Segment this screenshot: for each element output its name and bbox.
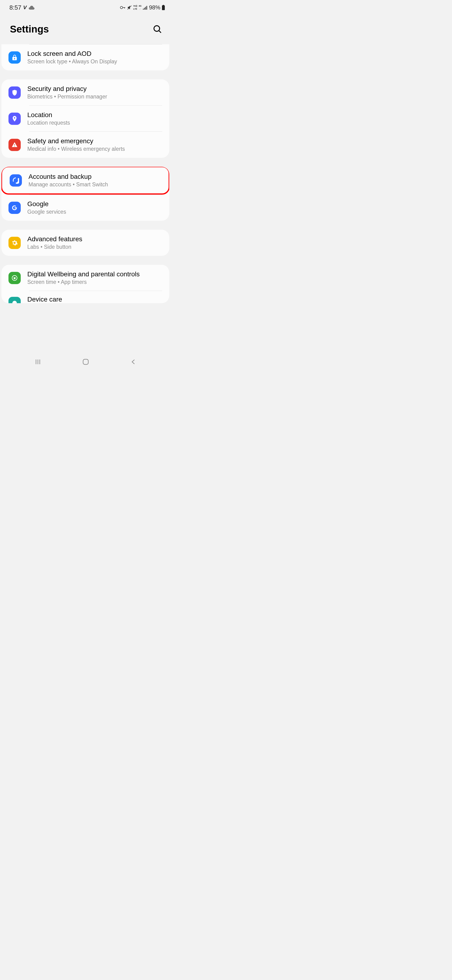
cloud-icon	[29, 5, 35, 10]
svg-rect-5	[144, 8, 145, 10]
svg-rect-6	[145, 7, 146, 10]
settings-item-device-care[interactable]: Device care	[2, 291, 169, 303]
alert-icon	[8, 139, 21, 151]
item-content: Advanced features Labs • Side button	[27, 235, 162, 250]
google-icon	[8, 202, 21, 214]
settings-item-lock-screen[interactable]: Lock screen and AOD Screen lock type • A…	[2, 44, 169, 70]
item-subtitle: Screen time • App timers	[27, 279, 162, 285]
item-content: Digital Wellbeing and parental controls …	[27, 270, 162, 285]
item-title: Safety and emergency	[27, 137, 162, 145]
heart-circle-icon	[8, 272, 21, 284]
status-right: Vo))LTE 4G↓↑ 98%	[120, 4, 165, 11]
signal-icon	[143, 5, 147, 10]
item-subtitle: Biometrics • Permission manager	[27, 94, 162, 100]
svg-line-11	[159, 30, 161, 33]
item-content: Lock screen and AOD Screen lock type • A…	[27, 50, 162, 65]
shield-icon	[8, 86, 21, 99]
status-bar: 8:57 V Vo))LTE 4G↓↑ 98%	[0, 0, 171, 14]
item-title: Security and privacy	[27, 85, 162, 92]
gear-icon	[8, 237, 21, 249]
item-content: Google Google services	[27, 200, 162, 215]
mute-icon	[127, 5, 132, 10]
page-title: Settings	[10, 24, 49, 35]
item-title: Location	[27, 111, 162, 119]
back-button[interactable]	[130, 359, 136, 365]
lock-icon	[8, 51, 21, 64]
item-subtitle: Labs • Side button	[27, 244, 162, 250]
item-content: Device care	[27, 296, 162, 303]
svg-rect-2	[124, 7, 125, 8]
settings-item-advanced[interactable]: Advanced features Labs • Side button	[2, 230, 169, 256]
item-subtitle: Google services	[27, 209, 162, 215]
settings-group: Security and privacy Biometrics • Permis…	[2, 80, 169, 158]
search-icon[interactable]	[153, 25, 162, 33]
svg-rect-9	[162, 5, 165, 10]
item-content: Safety and emergency Medical info • Wire…	[27, 137, 162, 152]
status-time: 8:57	[10, 4, 21, 11]
settings-item-location[interactable]: Location Location requests	[2, 105, 169, 132]
settings-group: Lock screen and AOD Screen lock type • A…	[2, 44, 169, 70]
item-subtitle: Screen lock type • Always On Display	[27, 59, 162, 65]
svg-point-12	[14, 242, 16, 243]
svg-rect-4	[143, 9, 144, 10]
recents-button[interactable]	[35, 359, 41, 365]
item-title: Google	[27, 200, 162, 208]
settings-group: Digital Wellbeing and parental controls …	[2, 265, 169, 303]
settings-item-wellbeing[interactable]: Digital Wellbeing and parental controls …	[2, 265, 169, 291]
item-title: Advanced features	[27, 235, 162, 243]
item-content: Accounts and backup Manage accounts • Sm…	[29, 173, 161, 188]
settings-group: Advanced features Labs • Side button	[2, 230, 169, 256]
device-icon	[8, 297, 21, 303]
svg-rect-18	[83, 359, 88, 364]
volte-icon: Vo))LTE	[133, 5, 137, 10]
svg-point-0	[120, 6, 123, 9]
item-title: Lock screen and AOD	[27, 50, 162, 57]
item-subtitle: Manage accounts • Smart Switch	[29, 181, 161, 188]
4g-icon: 4G↓↑	[139, 5, 141, 10]
settings-item-google[interactable]: Google Google services	[2, 194, 169, 221]
svg-point-14	[13, 301, 17, 303]
key-icon	[120, 6, 126, 10]
item-title: Accounts and backup	[29, 173, 161, 180]
sync-icon	[10, 174, 22, 186]
settings-group: Accounts and backup Manage accounts • Sm…	[2, 167, 169, 221]
settings-item-accounts[interactable]: Accounts and backup Manage accounts • Sm…	[2, 167, 168, 193]
battery-icon	[162, 5, 165, 10]
highlight-annotation: Accounts and backup Manage accounts • Sm…	[2, 167, 169, 194]
pin-icon	[8, 113, 21, 125]
v-icon: V	[23, 5, 27, 11]
item-content: Location Location requests	[27, 111, 162, 126]
home-button[interactable]	[82, 358, 89, 365]
nav-bar	[0, 353, 171, 370]
svg-point-10	[154, 25, 160, 31]
svg-rect-7	[146, 6, 147, 10]
item-title: Digital Wellbeing and parental controls	[27, 270, 162, 278]
battery-percent: 98%	[149, 4, 160, 11]
status-left: 8:57 V	[10, 4, 35, 11]
svg-rect-8	[163, 5, 164, 5]
item-title: Device care	[27, 296, 162, 303]
header: Settings	[0, 14, 171, 44]
settings-item-security[interactable]: Security and privacy Biometrics • Permis…	[2, 80, 169, 105]
svg-rect-1	[122, 7, 125, 8]
item-subtitle: Location requests	[27, 120, 162, 126]
item-subtitle: Medical info • Wireless emergency alerts	[27, 146, 162, 152]
settings-item-safety[interactable]: Safety and emergency Medical info • Wire…	[2, 132, 169, 158]
item-content: Security and privacy Biometrics • Permis…	[27, 85, 162, 100]
